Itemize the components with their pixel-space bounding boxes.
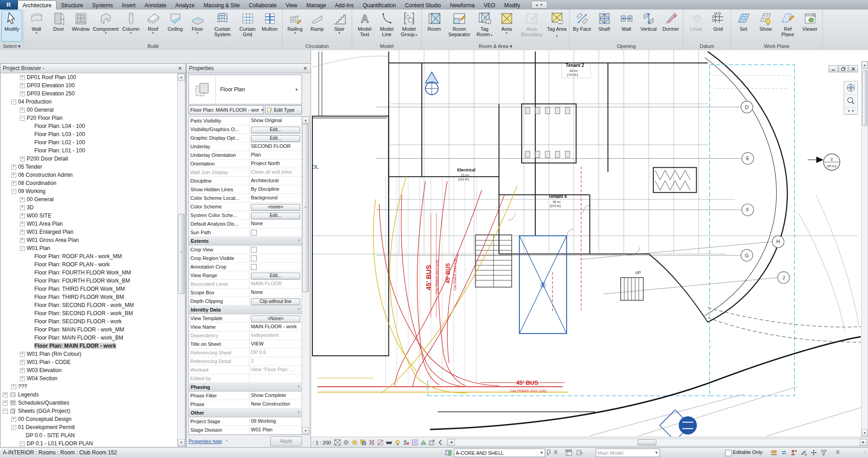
tree-item[interactable]: +00 General [1, 106, 177, 114]
north-symbol[interactable] [425, 72, 438, 94]
property-checkbox[interactable] [251, 264, 257, 270]
tree-item[interactable]: +05 Tender [1, 163, 177, 171]
minimize-icon[interactable] [829, 65, 838, 72]
collapse-icon[interactable]: − [20, 441, 25, 446]
section-other[interactable]: Other^ [189, 409, 302, 417]
tree-item[interactable]: −09 Working [1, 187, 177, 195]
tab-veo[interactable]: VEO [479, 1, 500, 9]
property-edit-button[interactable]: Edit... [251, 135, 300, 142]
expand-icon[interactable]: + [20, 368, 25, 373]
scroll-thumb[interactable] [637, 439, 656, 445]
displace-elements-icon[interactable] [428, 439, 436, 446]
expand-icon[interactable]: + [11, 181, 16, 186]
project-browser-header[interactable]: Project Browser - ✕ [0, 64, 185, 73]
tree-item[interactable]: +W04 Section [1, 374, 177, 382]
temporary-view-properties-icon[interactable] [411, 439, 419, 446]
tree-item[interactable]: +00 Conceptual Design [1, 415, 177, 423]
crop-region-icon[interactable] [377, 439, 384, 446]
property-checkbox[interactable] [251, 230, 257, 236]
design-option-combo[interactable]: Main Model▼ [596, 449, 660, 457]
tree-item[interactable]: −W01 Plan [1, 244, 177, 252]
tree-item[interactable]: +W01 Enlarged Plan [1, 228, 177, 236]
button-grid[interactable]: Grid [707, 10, 729, 32]
tab-collaborate[interactable]: Collaborate [245, 1, 281, 9]
button-floor[interactable]: Floor▾ [186, 10, 208, 35]
scroll-up-icon[interactable]: ▲ [302, 117, 309, 124]
tree-item[interactable]: +W01 Gross Area Plan [1, 236, 177, 244]
section-marker[interactable]: 2 DP-0.6 [808, 154, 840, 170]
section-phasing[interactable]: Phasing^ [189, 383, 302, 392]
expand-icon[interactable]: + [20, 197, 25, 202]
scroll-down-icon[interactable]: ▼ [302, 427, 309, 434]
tree-item[interactable]: Floor Plan: L02 - 100 [1, 138, 177, 146]
tree-item[interactable]: Floor Plan: MAIN FLOOR - work_BM [1, 334, 177, 342]
tab-insert[interactable]: Insert [118, 1, 140, 9]
drawing-hscrollbar[interactable]: ◀ ▶ [447, 439, 868, 446]
button-show[interactable]: Show [755, 10, 777, 32]
expand-icon[interactable]: + [20, 352, 25, 357]
property-edit-button[interactable]: Edit... [251, 273, 300, 279]
panel-label-model[interactable]: Model [352, 42, 421, 50]
browser-scrollbar[interactable]: ▲ ▼ ≡ [177, 73, 185, 447]
button-modify[interactable]: Modify [1, 10, 22, 42]
collapse-icon[interactable]: − [11, 99, 16, 104]
button-wall[interactable]: Wall▾ [25, 10, 47, 35]
floor-plan-view[interactable]: D E F G H J 2 DP-0.6 Tenant 2 66 m² [311, 50, 861, 437]
property-checkbox[interactable] [251, 247, 257, 253]
panel-toggle-button[interactable]: ▲▼ [531, 1, 547, 9]
button-ceiling[interactable]: Ceiling [164, 10, 186, 32]
tree-item[interactable]: Floor Plan: L03 - 100 [1, 130, 177, 138]
tree-item[interactable]: +06 Construction Admin [1, 171, 177, 179]
tab-structure[interactable]: Structure [57, 1, 88, 9]
tree-item[interactable]: +W00 SITE [1, 212, 177, 220]
tab-view[interactable]: View [281, 1, 302, 9]
tab-architecture[interactable]: Architecture [18, 0, 57, 9]
drawing-area[interactable]: D E F G H J 2 DP-0.6 Tenant 2 66 m² [311, 50, 868, 448]
property-edit-button[interactable]: <None> [251, 316, 300, 322]
panel-label-datum[interactable]: Datum [684, 42, 731, 50]
button-curtain-system[interactable]: Curtain System [208, 10, 236, 38]
panel-label-opening[interactable]: Opening [570, 42, 683, 50]
property-edit-button[interactable]: Clip without line [251, 298, 300, 305]
expand-icon[interactable]: + [20, 376, 25, 381]
expand-icon[interactable]: + [20, 230, 25, 235]
expand-icon[interactable]: + [20, 238, 25, 243]
tree-item[interactable]: +W01 Plan - CODE [1, 358, 177, 366]
selection-filter-icon[interactable] [820, 449, 827, 456]
move-arrows-icon[interactable] [810, 449, 817, 456]
type-selector[interactable]: Floor Plan ▼ [189, 75, 302, 104]
tree-item[interactable]: Floor Plan: MAIN FLOOR - work [1, 342, 177, 350]
property-edit-button[interactable]: Edit... [251, 127, 300, 133]
button-column[interactable]: Column▾ [120, 10, 142, 35]
request-user-icon[interactable] [790, 449, 797, 456]
scroll-thumb[interactable] [862, 71, 867, 126]
tab-add-ins[interactable]: Add-Ins [330, 1, 358, 9]
button-wall[interactable]: Wall [615, 10, 637, 32]
collapse-chevron-icon[interactable]: ^ [226, 439, 227, 444]
properties-scrollbar[interactable]: ▲ ▼ ≡ [302, 116, 310, 435]
tree-item[interactable]: +P200 Door Detail [1, 155, 177, 163]
tab-systems[interactable]: Systems [88, 1, 118, 9]
close-icon[interactable]: ✕ [302, 66, 308, 71]
button-shaft[interactable]: Shaft [593, 10, 615, 32]
expand-icon[interactable]: + [11, 417, 16, 422]
scroll-down-icon[interactable]: ▼ [178, 439, 185, 446]
steering-wheel-icon[interactable] [844, 81, 858, 94]
scroll-up-icon[interactable]: ▲ [178, 74, 185, 81]
expand-icon[interactable]: + [20, 360, 25, 365]
annotation-crop-region[interactable] [428, 65, 794, 396]
scroll-up-icon[interactable]: ▲ [862, 61, 868, 69]
workset-combo[interactable]: A-CORE AND SHELL▼ [454, 449, 545, 457]
tab-quantification[interactable]: Quantification [358, 1, 400, 9]
tree-item[interactable]: Floor Plan: L01 - 100 [1, 146, 177, 155]
button-model-line[interactable]: Model Line [376, 10, 398, 38]
expand-icon[interactable]: + [11, 173, 16, 178]
analytical-model-icon[interactable] [420, 439, 427, 446]
button-vertical[interactable]: Vertical [637, 10, 660, 32]
tree-item[interactable]: +3D [1, 203, 177, 212]
editable-only-checkbox[interactable] [725, 450, 731, 456]
panel-label-build[interactable]: Build [24, 42, 282, 50]
expand-icon[interactable]: + [20, 205, 25, 210]
editing-requests-icon[interactable] [545, 449, 552, 456]
tree-item[interactable]: +??? [1, 382, 177, 391]
